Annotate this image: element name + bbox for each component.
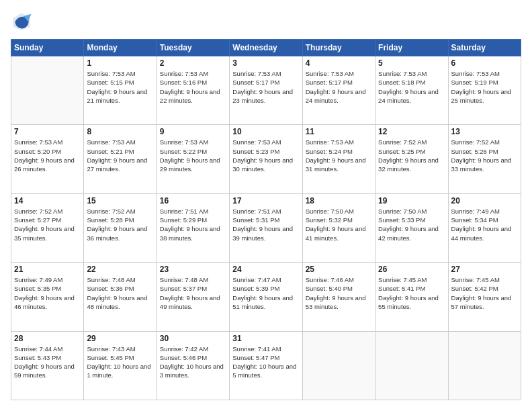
- calendar-cell: 23Sunrise: 7:48 AMSunset: 5:37 PMDayligh…: [157, 263, 229, 331]
- day-number: 22: [87, 265, 153, 274]
- weekday-header-saturday: Saturday: [448, 40, 521, 56]
- day-info: Sunrise: 7:52 AMSunset: 5:25 PMDaylight:…: [378, 138, 445, 173]
- day-number: 16: [160, 196, 226, 205]
- calendar-cell: 14Sunrise: 7:52 AMSunset: 5:27 PMDayligh…: [11, 193, 84, 262]
- calendar-cell: 12Sunrise: 7:52 AMSunset: 5:25 PMDayligh…: [375, 125, 448, 193]
- day-info: Sunrise: 7:53 AMSunset: 5:20 PMDaylight:…: [14, 138, 81, 173]
- day-number: 24: [232, 265, 299, 274]
- calendar-cell: 9Sunrise: 7:53 AMSunset: 5:22 PMDaylight…: [157, 125, 229, 193]
- calendar-cell: [448, 331, 521, 400]
- calendar-cell: 4Sunrise: 7:53 AMSunset: 5:17 PMDaylight…: [302, 56, 375, 125]
- day-info: Sunrise: 7:53 AMSunset: 5:19 PMDaylight:…: [451, 69, 518, 105]
- day-number: 1: [87, 58, 153, 68]
- day-info: Sunrise: 7:50 AMSunset: 5:32 PMDaylight:…: [306, 207, 372, 242]
- day-number: 30: [160, 334, 226, 343]
- day-info: Sunrise: 7:53 AMSunset: 5:22 PMDaylight:…: [160, 138, 226, 173]
- day-number: 9: [160, 127, 226, 136]
- day-info: Sunrise: 7:44 AMSunset: 5:43 PMDaylight:…: [14, 345, 81, 380]
- calendar-cell: 30Sunrise: 7:42 AMSunset: 5:46 PMDayligh…: [157, 331, 229, 400]
- day-number: 15: [87, 196, 153, 205]
- header: [11, 11, 521, 32]
- calendar-cell: 2Sunrise: 7:53 AMSunset: 5:16 PMDaylight…: [157, 56, 229, 125]
- calendar-cell: 10Sunrise: 7:53 AMSunset: 5:23 PMDayligh…: [230, 125, 302, 193]
- day-info: Sunrise: 7:51 AMSunset: 5:29 PMDaylight:…: [160, 207, 226, 242]
- day-info: Sunrise: 7:53 AMSunset: 5:24 PMDaylight:…: [306, 138, 372, 173]
- calendar-cell: 27Sunrise: 7:45 AMSunset: 5:42 PMDayligh…: [448, 263, 521, 331]
- day-number: 19: [378, 196, 445, 205]
- day-info: Sunrise: 7:53 AMSunset: 5:21 PMDaylight:…: [87, 138, 153, 173]
- logo: [11, 11, 35, 32]
- day-info: Sunrise: 7:53 AMSunset: 5:17 PMDaylight:…: [306, 69, 372, 105]
- calendar-cell: 28Sunrise: 7:44 AMSunset: 5:43 PMDayligh…: [11, 331, 84, 400]
- day-info: Sunrise: 7:45 AMSunset: 5:42 PMDaylight:…: [451, 275, 518, 311]
- day-info: Sunrise: 7:49 AMSunset: 5:35 PMDaylight:…: [14, 275, 81, 311]
- day-number: 21: [14, 265, 81, 274]
- day-info: Sunrise: 7:48 AMSunset: 5:36 PMDaylight:…: [87, 275, 153, 311]
- day-info: Sunrise: 7:51 AMSunset: 5:31 PMDaylight:…: [232, 207, 299, 242]
- calendar-cell: 19Sunrise: 7:50 AMSunset: 5:33 PMDayligh…: [375, 193, 448, 262]
- weekday-header-thursday: Thursday: [302, 40, 375, 56]
- day-number: 18: [306, 196, 372, 205]
- calendar-cell: 29Sunrise: 7:43 AMSunset: 5:45 PMDayligh…: [84, 331, 157, 400]
- weekday-header-wednesday: Wednesday: [230, 40, 302, 56]
- day-number: 2: [160, 58, 226, 68]
- calendar-cell: 31Sunrise: 7:41 AMSunset: 5:47 PMDayligh…: [230, 331, 302, 400]
- day-info: Sunrise: 7:53 AMSunset: 5:18 PMDaylight:…: [378, 69, 445, 105]
- day-number: 7: [14, 127, 81, 136]
- day-number: 25: [306, 265, 372, 274]
- day-number: 12: [378, 127, 445, 136]
- day-number: 28: [14, 334, 81, 343]
- day-number: 23: [160, 265, 226, 274]
- day-number: 31: [232, 334, 299, 343]
- day-number: 20: [451, 196, 518, 205]
- day-number: 29: [87, 334, 153, 343]
- calendar-cell: 1Sunrise: 7:53 AMSunset: 5:15 PMDaylight…: [84, 56, 157, 125]
- day-info: Sunrise: 7:53 AMSunset: 5:15 PMDaylight:…: [87, 69, 153, 105]
- calendar-cell: 3Sunrise: 7:53 AMSunset: 5:17 PMDaylight…: [230, 56, 302, 125]
- calendar-cell: 17Sunrise: 7:51 AMSunset: 5:31 PMDayligh…: [230, 193, 302, 262]
- week-row-5: 28Sunrise: 7:44 AMSunset: 5:43 PMDayligh…: [11, 331, 521, 400]
- day-info: Sunrise: 7:48 AMSunset: 5:37 PMDaylight:…: [160, 275, 226, 311]
- day-number: 13: [451, 127, 518, 136]
- day-info: Sunrise: 7:41 AMSunset: 5:47 PMDaylight:…: [232, 345, 299, 380]
- calendar-cell: 18Sunrise: 7:50 AMSunset: 5:32 PMDayligh…: [302, 193, 375, 262]
- calendar-cell: 6Sunrise: 7:53 AMSunset: 5:19 PMDaylight…: [448, 56, 521, 125]
- calendar-cell: 24Sunrise: 7:47 AMSunset: 5:39 PMDayligh…: [230, 263, 302, 331]
- calendar-cell: [11, 56, 84, 125]
- calendar-cell: 7Sunrise: 7:53 AMSunset: 5:20 PMDaylight…: [11, 125, 84, 193]
- week-row-4: 21Sunrise: 7:49 AMSunset: 5:35 PMDayligh…: [11, 263, 521, 331]
- day-info: Sunrise: 7:42 AMSunset: 5:46 PMDaylight:…: [160, 345, 226, 380]
- day-info: Sunrise: 7:53 AMSunset: 5:17 PMDaylight:…: [232, 69, 299, 105]
- day-number: 17: [232, 196, 299, 205]
- calendar-cell: [302, 331, 375, 400]
- calendar-cell: [375, 331, 448, 400]
- calendar-cell: 22Sunrise: 7:48 AMSunset: 5:36 PMDayligh…: [84, 263, 157, 331]
- calendar-cell: 20Sunrise: 7:49 AMSunset: 5:34 PMDayligh…: [448, 193, 521, 262]
- day-info: Sunrise: 7:53 AMSunset: 5:16 PMDaylight:…: [160, 69, 226, 105]
- week-row-2: 7Sunrise: 7:53 AMSunset: 5:20 PMDaylight…: [11, 125, 521, 193]
- day-info: Sunrise: 7:50 AMSunset: 5:33 PMDaylight:…: [378, 207, 445, 242]
- day-number: 8: [87, 127, 153, 136]
- page: SundayMondayTuesdayWednesdayThursdayFrid…: [0, 0, 532, 411]
- day-info: Sunrise: 7:53 AMSunset: 5:23 PMDaylight:…: [232, 138, 299, 173]
- day-number: 3: [232, 58, 299, 68]
- weekday-header-row: SundayMondayTuesdayWednesdayThursdayFrid…: [11, 40, 521, 56]
- calendar-cell: 11Sunrise: 7:53 AMSunset: 5:24 PMDayligh…: [302, 125, 375, 193]
- calendar-cell: 15Sunrise: 7:52 AMSunset: 5:28 PMDayligh…: [84, 193, 157, 262]
- day-info: Sunrise: 7:43 AMSunset: 5:45 PMDaylight:…: [87, 345, 153, 380]
- day-info: Sunrise: 7:52 AMSunset: 5:26 PMDaylight:…: [451, 138, 518, 173]
- day-number: 11: [306, 127, 372, 136]
- day-info: Sunrise: 7:45 AMSunset: 5:41 PMDaylight:…: [378, 275, 445, 311]
- day-number: 10: [232, 127, 299, 136]
- day-info: Sunrise: 7:49 AMSunset: 5:34 PMDaylight:…: [451, 207, 518, 242]
- day-number: 26: [378, 265, 445, 274]
- day-info: Sunrise: 7:47 AMSunset: 5:39 PMDaylight:…: [232, 275, 299, 311]
- calendar-cell: 21Sunrise: 7:49 AMSunset: 5:35 PMDayligh…: [11, 263, 84, 331]
- day-number: 6: [451, 58, 518, 68]
- calendar-cell: 8Sunrise: 7:53 AMSunset: 5:21 PMDaylight…: [84, 125, 157, 193]
- day-info: Sunrise: 7:52 AMSunset: 5:27 PMDaylight:…: [14, 207, 81, 242]
- day-info: Sunrise: 7:52 AMSunset: 5:28 PMDaylight:…: [87, 207, 153, 242]
- week-row-3: 14Sunrise: 7:52 AMSunset: 5:27 PMDayligh…: [11, 193, 521, 262]
- calendar-table: SundayMondayTuesdayWednesdayThursdayFrid…: [11, 39, 521, 400]
- calendar-cell: 13Sunrise: 7:52 AMSunset: 5:26 PMDayligh…: [448, 125, 521, 193]
